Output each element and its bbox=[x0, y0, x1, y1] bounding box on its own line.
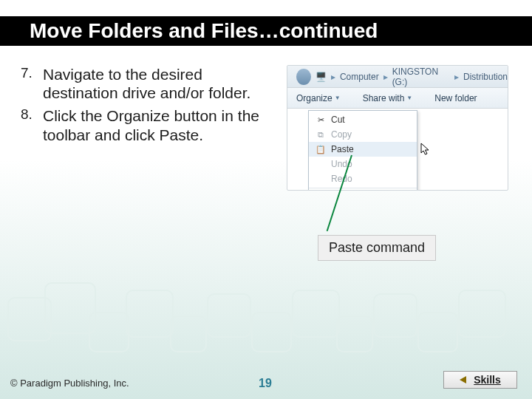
deco-square bbox=[170, 316, 207, 352]
deco-square bbox=[458, 290, 506, 338]
menu-separator bbox=[309, 188, 417, 188]
organize-dropdown: ✂ Cut ⧉ Copy 📋 Paste Undo Redo bbox=[308, 110, 417, 191]
menu-paste-label: Paste bbox=[331, 144, 354, 154]
menu-redo: Redo bbox=[309, 171, 417, 186]
copyright-text: © Paradigm Publishing, Inc. bbox=[10, 378, 129, 389]
step-list: 7. Navigate to the desired destination d… bbox=[21, 65, 272, 149]
paste-icon: 📋 bbox=[315, 145, 327, 154]
list-item: 7. Navigate to the desired destination d… bbox=[21, 65, 272, 102]
address-bar: 🖥️ ▸ Computer ▸ KINGSTON (G:) ▸ Distribu… bbox=[287, 66, 508, 88]
menu-copy-label: Copy bbox=[331, 129, 352, 140]
deco-square bbox=[126, 290, 174, 338]
menu-paste: 📋 Paste bbox=[309, 142, 417, 157]
step-number: 8. bbox=[21, 106, 43, 143]
step-text: Navigate to the desired destination driv… bbox=[43, 65, 272, 102]
menu-cut: ✂ Cut bbox=[309, 112, 417, 127]
chevron-icon: ▸ bbox=[454, 72, 459, 82]
deco-square bbox=[417, 312, 458, 352]
breadcrumb-drive: KINGSTON (G:) bbox=[392, 66, 450, 87]
deco-square bbox=[44, 282, 96, 334]
cursor-icon bbox=[420, 143, 431, 156]
deco-square bbox=[7, 297, 52, 341]
step-text: Click the Organize button in the toolbar… bbox=[43, 106, 272, 143]
deco-square bbox=[207, 293, 251, 338]
list-item: 8. Click the Organize button in the tool… bbox=[21, 106, 272, 143]
breadcrumb-root: Computer bbox=[340, 72, 379, 82]
chevron-down-icon: ▼ bbox=[406, 95, 412, 101]
page-number: 19 bbox=[259, 377, 272, 390]
organize-button: Organize ▼ bbox=[296, 93, 341, 103]
explorer-toolbar: Organize ▼ Share with ▼ New folder bbox=[287, 88, 508, 109]
background-decoration bbox=[0, 275, 532, 364]
chevron-icon: ▸ bbox=[383, 72, 388, 82]
new-folder-button: New folder bbox=[434, 93, 477, 103]
callout-label: Paste command bbox=[318, 235, 436, 261]
share-button: Share with ▼ bbox=[363, 93, 413, 103]
skills-label: Skills bbox=[474, 374, 501, 386]
chevron-icon: ▸ bbox=[331, 72, 335, 82]
folder-icon: 🖥️ bbox=[316, 72, 327, 82]
deco-square bbox=[336, 316, 373, 352]
chevron-down-icon: ▼ bbox=[335, 95, 341, 101]
breadcrumb-folder: Distribution bbox=[463, 72, 508, 82]
deco-square bbox=[373, 293, 417, 338]
arrow-left-icon bbox=[460, 376, 466, 383]
share-label: Share with bbox=[363, 93, 405, 103]
explorer-screenshot: 🖥️ ▸ Computer ▸ KINGSTON (G:) ▸ Distribu… bbox=[287, 65, 508, 191]
title-bar: Move Folders and Files…continued bbox=[0, 16, 532, 46]
new-folder-label: New folder bbox=[434, 93, 477, 103]
copy-icon: ⧉ bbox=[315, 130, 327, 140]
menu-cut-label: Cut bbox=[331, 115, 345, 125]
slide: Move Folders and Files…continued 7. Navi… bbox=[0, 0, 532, 399]
back-button-icon bbox=[296, 69, 311, 85]
skills-button[interactable]: Skills bbox=[443, 371, 517, 389]
menu-copy: ⧉ Copy bbox=[309, 127, 417, 142]
step-number: 7. bbox=[21, 65, 43, 102]
menu-undo: Undo bbox=[309, 157, 417, 171]
deco-square bbox=[292, 290, 340, 338]
organize-label: Organize bbox=[296, 93, 332, 103]
menu-select-all: Select all bbox=[309, 190, 417, 191]
cut-icon: ✂ bbox=[315, 115, 327, 125]
slide-title: Move Folders and Files…continued bbox=[0, 16, 532, 46]
deco-square bbox=[89, 312, 129, 352]
deco-square bbox=[251, 312, 292, 352]
